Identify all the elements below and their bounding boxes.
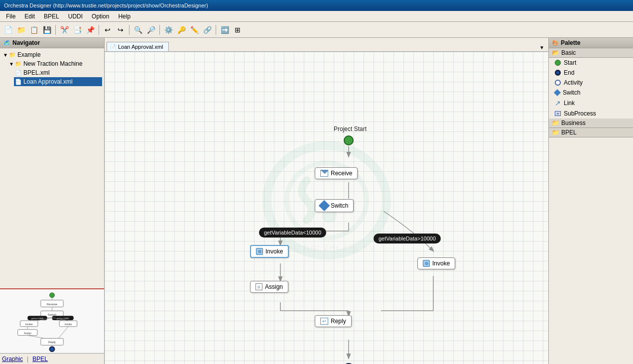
palette-item-switch[interactable]: Switch: [549, 88, 633, 98]
palette-item-activity[interactable]: Activity: [549, 78, 633, 88]
switch-box[interactable]: Switch: [315, 199, 354, 212]
assign-box[interactable]: Assign: [250, 281, 288, 293]
tab-dropdown-arrow[interactable]: ▼: [537, 44, 546, 51]
toolbar-pencil[interactable]: ✏️: [188, 24, 200, 36]
toolbar-undo[interactable]: ↩: [102, 24, 114, 36]
svg-text:Reply: Reply: [48, 341, 56, 344]
svg-point-17: [50, 347, 55, 352]
toolbar-open[interactable]: 📁: [15, 24, 27, 36]
tree-item-new-traction-machine[interactable]: ▼ 📁 New Traction Machine: [8, 59, 102, 68]
palette-content: 📂 Basic Start End Activity Switch: [549, 48, 633, 364]
svg-text:Receive: Receive: [47, 303, 58, 306]
palette-section-bpel[interactable]: 📁 BPEL: [549, 128, 633, 137]
start-circle: [344, 135, 354, 145]
tab-bar: 📄 Loan Approval.xml ▼: [105, 38, 548, 52]
menu-bar: File Edit BPEL UDDI Option Help: [0, 11, 633, 22]
toolbar-grid[interactable]: ⊞: [232, 24, 244, 36]
menu-bpel[interactable]: BPEL: [40, 12, 63, 21]
toolbar-zoom-in[interactable]: 🔍: [132, 24, 144, 36]
toolbar-settings[interactable]: ⚙️: [162, 24, 174, 36]
basic-folder-icon: 📂: [552, 49, 559, 56]
menu-uddi[interactable]: UDDI: [64, 12, 87, 21]
menu-file[interactable]: File: [2, 12, 19, 21]
main-layout: 🗺️ Navigator ▼ 📁 Example ▼ 📁 New Tractio…: [0, 38, 633, 364]
basic-section-label: Basic: [561, 49, 576, 56]
tree-item-example[interactable]: ▼ 📁 Example: [2, 50, 102, 59]
node-invoke-right[interactable]: ⚙ Invoke: [417, 257, 455, 269]
tab-bpel[interactable]: BPEL: [32, 356, 48, 363]
receive-label: Receive: [331, 170, 352, 177]
menu-edit[interactable]: Edit: [20, 12, 39, 21]
receive-box[interactable]: Receive: [315, 167, 358, 179]
palette-section-business[interactable]: 📁 Business: [549, 119, 633, 128]
svg-text:getVar>10000: getVar>10000: [57, 317, 69, 320]
node-reply[interactable]: ↩ Reply: [315, 315, 352, 327]
thumbnail-svg: Receive Switch Invoke Assign Invoke: [0, 289, 104, 353]
assign-label: Assign: [265, 283, 283, 290]
toolbar-link[interactable]: 🔗: [201, 24, 213, 36]
right-panel: 🎨 Palette 📂 Basic Start End Activi: [548, 38, 633, 364]
palette-item-start[interactable]: Start: [549, 58, 633, 68]
toolbar-save[interactable]: 💾: [41, 24, 53, 36]
toolbar-unknown1[interactable]: 📋: [28, 24, 40, 36]
toolbar-arrow[interactable]: ➡️: [219, 24, 231, 36]
menu-option[interactable]: Option: [88, 12, 113, 21]
tree-arrow-example: ▼: [3, 52, 8, 58]
invoke-left-box[interactable]: ⚙ Invoke: [250, 245, 289, 258]
node-receive[interactable]: Receive: [315, 167, 358, 179]
palette-item-link[interactable]: ↗ Link: [549, 98, 633, 109]
tab-graphic[interactable]: Graphic: [2, 356, 23, 363]
svg-text:getVar<10000: getVar<10000: [31, 317, 44, 320]
svg-point-0: [50, 293, 55, 298]
loan-icon: 📄: [15, 79, 22, 85]
node-switch[interactable]: Switch: [315, 199, 354, 212]
palette-item-end[interactable]: End: [549, 68, 633, 78]
condition-label-2: getVariableData>10000: [374, 234, 441, 243]
invoke-left-label: Invoke: [265, 248, 283, 255]
palette-label: Palette: [561, 39, 580, 46]
toolbar-sep4: [159, 25, 160, 35]
palette-item-subprocess[interactable]: + SubProcess: [549, 109, 633, 119]
tree-label-bpel: BPEL.xml: [23, 69, 50, 76]
navigator-label: Navigator: [12, 39, 40, 46]
toolbar-new[interactable]: 📄: [2, 24, 14, 36]
toolbar-redo[interactable]: ↪: [115, 24, 127, 36]
business-folder-icon: 📁: [552, 120, 559, 126]
node-assign[interactable]: Assign: [250, 281, 288, 293]
navigator-header: 🗺️ Navigator: [0, 38, 104, 48]
svg-text:XIAO NIU ZHI SHI KU: XIAO NIU ZHI SHI KU: [278, 243, 375, 251]
tree-arrow-traction: ▼: [9, 61, 14, 67]
tree-item-loan-approval[interactable]: 📄 Loan Approval.xml: [14, 77, 102, 86]
reply-box[interactable]: ↩ Reply: [315, 315, 352, 327]
node-start[interactable]: [344, 135, 354, 145]
doc-tab-label: Loan Approval.xml: [118, 44, 163, 50]
toolbar-cut[interactable]: ✂️: [58, 24, 70, 36]
toolbar-paste[interactable]: 📌: [84, 24, 96, 36]
toolbar-copy[interactable]: 📑: [71, 24, 83, 36]
link-palette-icon: ↗: [555, 99, 561, 107]
palette-header: 🎨 Palette: [549, 38, 633, 48]
activity-palette-label: Activity: [564, 79, 583, 86]
node-invoke-left[interactable]: ⚙ Invoke: [250, 245, 289, 258]
svg-text:Invoke: Invoke: [65, 323, 72, 326]
navigator-tree: ▼ 📁 Example ▼ 📁 New Traction Machine 📄 B…: [0, 48, 104, 288]
toolbar-zoom-out[interactable]: 🔎: [145, 24, 157, 36]
center-area: 📄 Loan Approval.xml ▼: [105, 38, 548, 364]
start-palette-icon: [555, 60, 561, 66]
canvas-container: XIAO NIU ZHI SHI KU: [105, 52, 548, 364]
canvas[interactable]: XIAO NIU ZHI SHI KU: [105, 52, 548, 364]
tree-label-traction: New Traction Machine: [23, 60, 83, 67]
menu-help[interactable]: Help: [114, 12, 134, 21]
switch-palette-icon: [554, 89, 561, 96]
subprocess-palette-icon: +: [555, 111, 561, 116]
toolbar-key[interactable]: 🔑: [175, 24, 187, 36]
tree-label-example: Example: [17, 51, 41, 58]
reply-label: Reply: [331, 318, 346, 325]
tree-item-bpel-xml[interactable]: 📄 BPEL.xml: [14, 68, 102, 77]
invoke-right-box[interactable]: ⚙ Invoke: [417, 257, 455, 269]
toolbar-sep1: [55, 25, 56, 35]
palette-section-basic[interactable]: 📂 Basic: [549, 48, 633, 58]
doc-tab-loan[interactable]: 📄 Loan Approval.xml: [107, 42, 169, 51]
toolbar: 📄 📁 📋 💾 ✂️ 📑 📌 ↩ ↪ 🔍 🔎 ⚙️ 🔑 ✏️ 🔗 ➡️ ⊞: [0, 22, 633, 38]
bpel-folder-icon: 📁: [552, 129, 559, 136]
